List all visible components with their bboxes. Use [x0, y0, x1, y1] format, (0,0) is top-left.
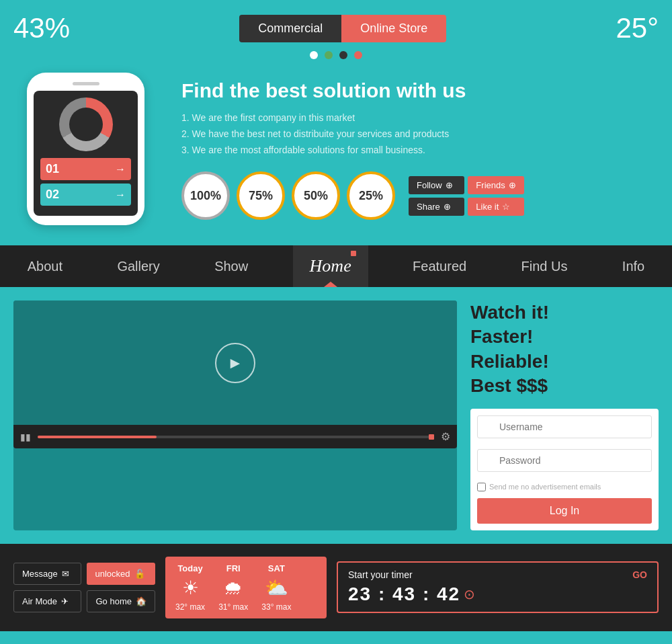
timer-label: Start your timer — [348, 569, 413, 580]
play-button[interactable]: ► — [215, 343, 255, 383]
friends-label: Friends — [476, 180, 505, 190]
hero-title: Find the best solution with us — [181, 79, 645, 102]
progress-bar[interactable] — [38, 436, 434, 438]
social-buttons: Follow ⊕ Friends ⊕ Share ⊕ Like it ☆ — [409, 176, 524, 216]
tagline: Watch it! Faster! Reliable! Best $$$ — [470, 300, 659, 399]
timer-circle-icon[interactable]: ⊙ — [464, 586, 475, 602]
go-home-button[interactable]: Go home 🏠 — [87, 590, 155, 612]
phone-item-2[interactable]: 02 → — [40, 184, 131, 206]
follow-button[interactable]: Follow ⊕ — [409, 176, 464, 194]
star-icon: ☆ — [502, 202, 510, 212]
login-button[interactable]: Log In — [477, 498, 652, 524]
today-icon: ☀ — [175, 577, 205, 599]
circle-25: 25% — [347, 171, 395, 220]
phone-item-2-arrow: → — [115, 189, 126, 201]
follow-label: Follow — [417, 180, 442, 190]
no-ads-checkbox[interactable] — [477, 483, 486, 491]
go-home-label: Go home — [95, 596, 131, 606]
air-mode-label: Air Mode — [22, 596, 57, 606]
fri-label: FRI — [218, 563, 248, 573]
lock-open-icon: 🔓 — [134, 569, 145, 579]
nav-show[interactable]: Show — [204, 245, 258, 287]
weather-today: Today ☀ 32° max — [175, 563, 205, 612]
username-wrap: 👤 — [477, 415, 652, 444]
top-section: 43% Commercial Online Store 25° 01 — [0, 0, 672, 245]
bottom-section: Message ✉ unlocked 🔓 Air Mode ✈ Go home … — [0, 544, 672, 631]
nav-about[interactable]: About — [17, 245, 73, 287]
stat-right: 25° — [616, 12, 659, 44]
timer-display: 23 : 43 : 42 ⊙ — [348, 583, 647, 605]
fri-temp: 31° max — [218, 602, 248, 612]
share-label: Share — [417, 202, 440, 212]
dots-nav — [13, 51, 659, 59]
main-content: ► ▮▮ ⚙ Watch it! Faster! Reliable! Best … — [0, 287, 672, 544]
share-button[interactable]: Share ⊕ — [409, 198, 464, 216]
circle-50: 50% — [292, 171, 340, 220]
dot-4[interactable] — [354, 51, 362, 59]
message-button[interactable]: Message ✉ — [13, 563, 81, 585]
settings-icon[interactable]: ⚙ — [441, 430, 450, 443]
dot-2[interactable] — [325, 51, 333, 59]
envelope-icon: ✉ — [62, 569, 69, 579]
top-bar: 43% Commercial Online Store 25° — [13, 12, 659, 44]
weather-widget: Today ☀ 32° max FRI 🌧 31° max SAT ⛅ 33° … — [165, 557, 327, 618]
likeit-button[interactable]: Like it ☆ — [468, 198, 523, 216]
progress-dot — [429, 434, 434, 440]
phone-screen: 01 → 02 → — [34, 91, 138, 216]
right-panel: Watch it! Faster! Reliable! Best $$$ 👤 ○… — [470, 300, 659, 530]
timer-time: 23 : 43 : 42 — [348, 583, 460, 605]
pie-chart — [59, 97, 113, 151]
video-controls: ▮▮ ⚙ — [13, 425, 457, 448]
follow-icon: ⊕ — [446, 180, 453, 190]
hero-list: We are the first company in this market … — [181, 110, 645, 158]
checkbox-row: Send me no advertisement emails — [477, 483, 652, 491]
tagline-2: Faster! — [470, 325, 659, 349]
login-form: 👤 ○ Send me no advertisement emails Log … — [470, 409, 659, 530]
bottom-buttons: Message ✉ unlocked 🔓 Air Mode ✈ Go home … — [13, 563, 155, 612]
hero-list-item-1: We are the first company in this market — [181, 110, 645, 126]
air-mode-button[interactable]: Air Mode ✈ — [13, 590, 81, 612]
dot-1[interactable] — [310, 51, 318, 59]
phone-speaker — [73, 82, 99, 85]
timer-go-button[interactable]: GO — [632, 569, 647, 580]
phone-wrap: 01 → 02 → — [27, 73, 161, 225]
nav-find-us[interactable]: Find Us — [511, 245, 578, 287]
tabs-container: Commercial Online Store — [239, 15, 446, 42]
nav-featured[interactable]: Featured — [403, 245, 476, 287]
pause-button[interactable]: ▮▮ — [20, 432, 31, 442]
share-icon: ⊕ — [444, 202, 451, 212]
video-screen: ► — [13, 300, 457, 425]
tab-commercial[interactable]: Commercial — [239, 15, 341, 42]
today-label: Today — [175, 563, 205, 573]
tagline-3: Reliable! — [470, 350, 659, 374]
sat-temp: 33° max — [261, 602, 291, 612]
hero-list-item-2: We have the best net to distribuite your… — [181, 126, 645, 143]
friends-button[interactable]: Friends ⊕ — [468, 176, 523, 194]
friends-icon: ⊕ — [509, 180, 516, 190]
nav-home-dot — [351, 251, 356, 256]
message-label: Message — [22, 569, 58, 579]
username-input[interactable] — [477, 415, 652, 438]
phone-item-1[interactable]: 01 → — [40, 158, 131, 180]
sat-label: SAT — [261, 563, 291, 573]
dot-3[interactable] — [339, 51, 347, 59]
timer-widget: Start your timer GO 23 : 43 : 42 ⊙ — [337, 561, 659, 613]
video-player: ► ▮▮ ⚙ — [13, 300, 457, 530]
nav-info[interactable]: Info — [612, 245, 655, 287]
nav-home[interactable]: Home — [293, 245, 368, 287]
phone-item-1-num: 01 — [46, 162, 59, 176]
unlocked-button[interactable]: unlocked 🔓 — [87, 563, 155, 585]
tagline-1: Watch it! — [470, 300, 659, 325]
hero-area: 01 → 02 → Find the best solution with us… — [13, 66, 659, 239]
nav-gallery[interactable]: Gallery — [107, 245, 169, 287]
password-input[interactable] — [477, 449, 652, 472]
tab-online[interactable]: Online Store — [341, 15, 446, 42]
nav-bar: About Gallery Show Home Featured Find Us… — [0, 245, 672, 287]
weather-sat: SAT ⛅ 33° max — [261, 563, 291, 612]
pie-inner — [69, 108, 103, 141]
fri-icon: 🌧 — [218, 577, 248, 599]
today-temp: 32° max — [175, 602, 205, 612]
stat-left: 43% — [13, 12, 70, 44]
phone-item-1-arrow: → — [115, 163, 126, 175]
phone-mockup: 01 → 02 → — [27, 73, 144, 225]
